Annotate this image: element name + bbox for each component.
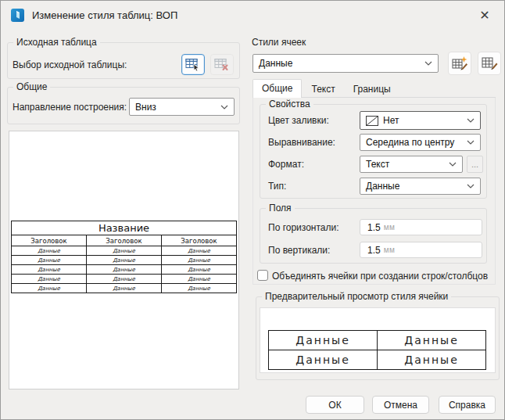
format-value: Текст: [366, 159, 389, 170]
preview-data-cell: Данные: [162, 284, 237, 293]
help-button[interactable]: Справка: [439, 396, 496, 414]
cell-preview-cell: Данные: [269, 350, 378, 370]
table-preview: Название Заголовок Заголовок Заголовок Д…: [11, 221, 237, 293]
vertical-margin-value: 1.5: [367, 245, 381, 256]
remove-table-button[interactable]: [210, 54, 234, 75]
horizontal-margin-input[interactable]: 1.5 мм: [360, 219, 482, 235]
fill-color-value: Нет: [383, 115, 399, 126]
cell-preview-cell: Данные: [269, 331, 378, 350]
chevron-down-icon: [467, 118, 475, 123]
select-table-icon: [185, 58, 201, 72]
general-group-title: Общие: [13, 81, 50, 92]
format-more-button[interactable]: ...: [467, 156, 483, 173]
preview-data-cell: Данные: [162, 256, 237, 265]
direction-label: Направление построения:: [13, 102, 127, 113]
manage-cell-styles-icon: [482, 56, 498, 71]
preview-data-cell: Данные: [162, 275, 237, 284]
general-group: Общие Направление построения: Вниз: [7, 87, 240, 124]
fill-color-label: Цвет заливки:: [268, 115, 329, 126]
margins-group-title: Поля: [266, 203, 295, 214]
cell-preview-cell: Данные: [378, 350, 486, 370]
preview-header-cell: Заголовок: [162, 235, 237, 246]
chevron-down-icon: [467, 140, 475, 145]
tab-text[interactable]: Текст: [303, 81, 343, 97]
preview-data-cell: Данные: [12, 246, 87, 256]
new-cell-style-icon: [452, 56, 468, 71]
fill-none-swatch-icon: [366, 116, 378, 126]
cell-style-value: Данные: [259, 58, 292, 69]
merge-cells-label: Объединять ячейки при создании строк/сто…: [272, 271, 488, 282]
cell-style-select[interactable]: Данные: [252, 54, 439, 73]
vertical-margin-label: По вертикали:: [268, 245, 330, 256]
source-table-group: Исходная таблица Выбор исходной таблицы:: [7, 42, 240, 79]
preview-header-cell: Заголовок: [87, 235, 162, 246]
preview-data-cell: Данные: [87, 246, 162, 256]
manage-cell-styles-button[interactable]: [478, 52, 501, 75]
preview-data-cell: Данные: [87, 265, 162, 275]
table-style-dialog: Изменение стиля таблиц: ВОП ✕ Исходная т…: [0, 0, 505, 420]
chevron-down-icon: [220, 105, 228, 109]
chevron-down-icon: [424, 61, 432, 66]
select-table-button[interactable]: [181, 54, 205, 75]
alignment-select[interactable]: Середина по центру: [360, 134, 481, 151]
title-bar: Изменение стиля таблиц: ВОП ✕: [1, 1, 504, 29]
chevron-down-icon: [449, 162, 457, 167]
select-source-table-label: Выбор исходной таблицы:: [13, 59, 127, 70]
preview-header-cell: Заголовок: [12, 235, 87, 246]
preview-data-cell: Данные: [12, 265, 87, 275]
chevron-down-icon: [467, 184, 475, 188]
close-icon[interactable]: ✕: [473, 5, 496, 25]
preview-data-cell: Данные: [162, 265, 237, 275]
ok-button[interactable]: ОК: [306, 396, 364, 414]
remove-table-icon: [214, 58, 230, 72]
preview-data-cell: Данные: [87, 275, 162, 284]
direction-value: Вниз: [135, 102, 156, 113]
horizontal-margin-label: По горизонтали:: [268, 222, 339, 233]
vertical-margin-unit: мм: [384, 246, 396, 254]
alignment-label: Выравнивание:: [268, 137, 335, 148]
new-cell-style-button[interactable]: [448, 52, 471, 75]
preview-data-cell: Данные: [87, 256, 162, 265]
cell-style-preview-group: Предварительный просмотр стиля ячейки Да…: [256, 296, 500, 380]
cancel-button[interactable]: Отмена: [372, 396, 429, 414]
tab-borders[interactable]: Границы: [345, 81, 399, 97]
source-table-group-title: Исходная таблица: [13, 37, 100, 48]
format-label: Формат:: [268, 159, 304, 170]
vertical-margin-input[interactable]: 1.5 мм: [360, 242, 482, 258]
type-select[interactable]: Данные: [360, 178, 481, 195]
type-value: Данные: [366, 181, 399, 192]
preview-data-cell: Данные: [12, 284, 87, 293]
preview-data-cell: Данные: [12, 256, 87, 265]
cell-style-preview-title: Предварительный просмотр стиля ячейки: [262, 291, 451, 302]
fill-color-select[interactable]: Нет: [360, 111, 481, 130]
properties-group-title: Свойства: [266, 99, 313, 109]
format-select[interactable]: Текст: [360, 156, 463, 173]
window-title: Изменение стиля таблиц: ВОП: [32, 9, 177, 21]
margins-group: Поля По горизонтали: 1.5 мм По вертикали…: [260, 208, 487, 264]
cell-style-tabs: Общие Текст Границы: [252, 80, 496, 98]
direction-select[interactable]: Вниз: [129, 98, 235, 116]
horizontal-margin-value: 1.5: [367, 222, 381, 233]
cell-style-preview-table: Данные Данные Данные Данные: [268, 330, 486, 370]
properties-group: Свойства Цвет заливки: Нет Выравнивание:…: [260, 104, 487, 199]
tab-general[interactable]: Общие: [252, 79, 302, 98]
horizontal-margin-unit: мм: [384, 223, 396, 232]
preview-data-cell: Данные: [12, 275, 87, 284]
preview-data-cell: Данные: [162, 246, 237, 256]
cell-styles-label: Стили ячеек: [252, 37, 306, 48]
app-icon: [10, 8, 25, 23]
preview-data-cell: Данные: [87, 284, 162, 293]
cell-style-preview-pane: Данные Данные Данные Данные: [260, 307, 496, 373]
type-label: Тип:: [268, 181, 286, 192]
merge-cells-checkbox[interactable]: [257, 270, 268, 281]
preview-table-title: Название: [12, 221, 237, 235]
alignment-value: Середина по центру: [366, 137, 454, 148]
table-preview-pane: Название Заголовок Заголовок Заголовок Д…: [9, 131, 239, 389]
cell-preview-cell: Данные: [378, 331, 486, 350]
